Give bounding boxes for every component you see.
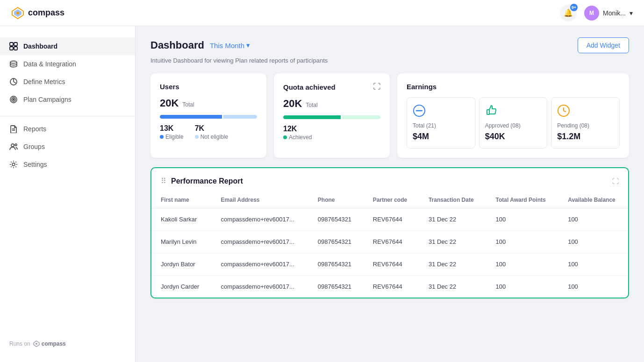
eligible-dot [160, 135, 164, 139]
cell-row2-col5: 100 [487, 253, 559, 276]
svg-rect-6 [14, 47, 17, 50]
users-widget-title: Users [160, 83, 257, 91]
earnings-total-cell: Total (21) $4M [407, 97, 475, 149]
sidebar-item-define-metrics[interactable]: Define Metrics [0, 73, 135, 91]
quota-total-value: 20K [283, 98, 302, 109]
col-firstname: First name [151, 192, 212, 208]
eligible-bar [160, 115, 222, 119]
title-row: Dashboard This Month ▾ [150, 39, 250, 51]
widgets-row: Users 20K Total 13K [150, 73, 629, 158]
quota-total-row: 20K Total [283, 98, 380, 110]
chevron-down-icon: ▾ [630, 9, 633, 17]
sidebar-item-data-integration[interactable]: Data & Integration [0, 55, 135, 73]
cell-row2-col2: 0987654321 [308, 253, 364, 276]
perf-expand-icon[interactable]: ⛶ [612, 177, 619, 185]
svg-point-18 [36, 343, 37, 345]
cell-row1-col2: 0987654321 [308, 231, 364, 253]
not-eligible-dot [195, 135, 199, 139]
dashboard-header: Dashboard This Month ▾ Add Widget [150, 37, 629, 53]
perf-report-title: Performance Report [171, 177, 608, 185]
main-content: Dashboard This Month ▾ Add Widget Intuit… [136, 26, 644, 362]
achieved-stat: 12K Achieved [283, 125, 312, 141]
sidebar-item-groups[interactable]: Groups [0, 138, 135, 156]
earnings-approved-icon [485, 104, 542, 119]
col-balance: Available Balance [558, 192, 628, 208]
sidebar-primary: Dashboard Data & Integration [0, 34, 135, 112]
users-bar [160, 115, 257, 119]
add-widget-button[interactable]: Add Widget [578, 37, 629, 53]
col-email: Email Address [212, 192, 308, 208]
cell-row2-col6: 100 [558, 253, 628, 276]
drag-handle-icon[interactable]: ⠿ [161, 177, 166, 185]
chart-icon [9, 78, 18, 86]
col-transaction-date: Transaction Date [419, 192, 487, 208]
earnings-pending-icon [557, 104, 614, 119]
cell-row1-col4: 31 Dec 22 [419, 231, 487, 253]
col-partner-code: Partner code [364, 192, 419, 208]
svg-point-2 [16, 12, 19, 14]
svg-point-7 [10, 61, 17, 64]
dashboard-subtitle: Intuitive Dashboard for viewing Plan rel… [150, 57, 629, 64]
svg-point-16 [12, 163, 15, 166]
quota-stat-row: 12K Achieved [283, 125, 380, 141]
user-menu-button[interactable]: M Monik... ▾ [584, 6, 633, 21]
grid-icon [9, 42, 18, 50]
table-row: Kakoli Sarkarcompassdemo+rev60017...0987… [151, 208, 628, 231]
cell-row3-col2: 0987654321 [308, 276, 364, 298]
cell-row0-col6: 100 [558, 208, 628, 231]
cell-row0-col5: 100 [487, 208, 559, 231]
target-icon [9, 95, 18, 104]
cell-row2-col4: 31 Dec 22 [419, 253, 487, 276]
cell-row1-col3: REV67644 [364, 231, 419, 253]
eligible-stat: 13K Eligible [160, 124, 184, 140]
topnav: compass 🔔 9+ M Monik... ▾ [0, 0, 644, 26]
sidebar-footer: Runs on compass [0, 333, 135, 355]
thumb-up-icon [485, 104, 498, 117]
notifications-button[interactable]: 🔔 9+ [560, 5, 577, 21]
users-stat-row: 13K Eligible 7K Not eligible [160, 124, 257, 140]
cell-row0-col1: compassdemo+rev60017... [212, 208, 308, 231]
cell-row0-col4: 31 Dec 22 [419, 208, 487, 231]
sidebar-item-dashboard[interactable]: Dashboard [0, 37, 135, 55]
cell-row3-col5: 100 [487, 276, 559, 298]
svg-point-11 [13, 99, 14, 100]
earnings-approved-cell: Approved (08) $40K [479, 97, 548, 149]
svg-rect-5 [10, 47, 13, 50]
earnings-pending-cell: Pending (08) $1.2M [551, 97, 620, 149]
users-total-label: Total [182, 101, 194, 108]
quota-widget: Quota achieved ⛶ 20K Total 12K [274, 73, 390, 158]
sidebar-item-settings[interactable]: Settings [0, 156, 135, 173]
cell-row2-col1: compassdemo+rev60017... [212, 253, 308, 276]
quota-expand-icon[interactable]: ⛶ [373, 83, 380, 91]
cell-row3-col0: Jordyn Carder [151, 276, 212, 298]
performance-report-card: ⠿ Performance Report ⛶ First name Email … [150, 167, 629, 298]
quota-bar [283, 115, 380, 119]
cell-row3-col3: REV67644 [364, 276, 419, 298]
cell-row2-col3: REV67644 [364, 253, 419, 276]
month-filter-button[interactable]: This Month ▾ [210, 41, 250, 50]
sidebar-item-plan-campaigns[interactable]: Plan Campaigns [0, 91, 135, 108]
users-icon [9, 142, 18, 151]
quota-total-label: Total [306, 102, 317, 108]
performance-table: First name Email Address Phone Partner c… [151, 192, 628, 298]
page-title: Dashboard [150, 39, 204, 51]
cell-row2-col0: Jordyn Bator [151, 253, 212, 276]
cell-row3-col1: compassdemo+rev60017... [212, 276, 308, 298]
quota-widget-title: Quota achieved ⛶ [283, 83, 380, 91]
cell-row1-col1: compassdemo+rev60017... [212, 231, 308, 253]
earnings-grid: Total (21) $4M Approved (08) $40K [407, 97, 620, 149]
users-widget: Users 20K Total 13K [150, 73, 266, 158]
cell-row0-col3: REV67644 [364, 208, 419, 231]
logo: compass [11, 7, 64, 20]
svg-point-14 [11, 144, 14, 147]
file-icon [9, 125, 18, 133]
gear-icon [9, 160, 18, 169]
sidebar: Dashboard Data & Integration [0, 26, 136, 362]
compass-mini-logo: compass [33, 341, 66, 347]
perf-report-header: ⠿ Performance Report ⛶ [151, 168, 628, 192]
earnings-widget: Earnings Total (21) $4M [397, 73, 629, 158]
minus-circle-icon [413, 104, 426, 117]
sidebar-item-reports[interactable]: Reports [0, 120, 135, 138]
compass-logo-icon [11, 7, 24, 20]
earnings-total-icon [413, 104, 469, 119]
